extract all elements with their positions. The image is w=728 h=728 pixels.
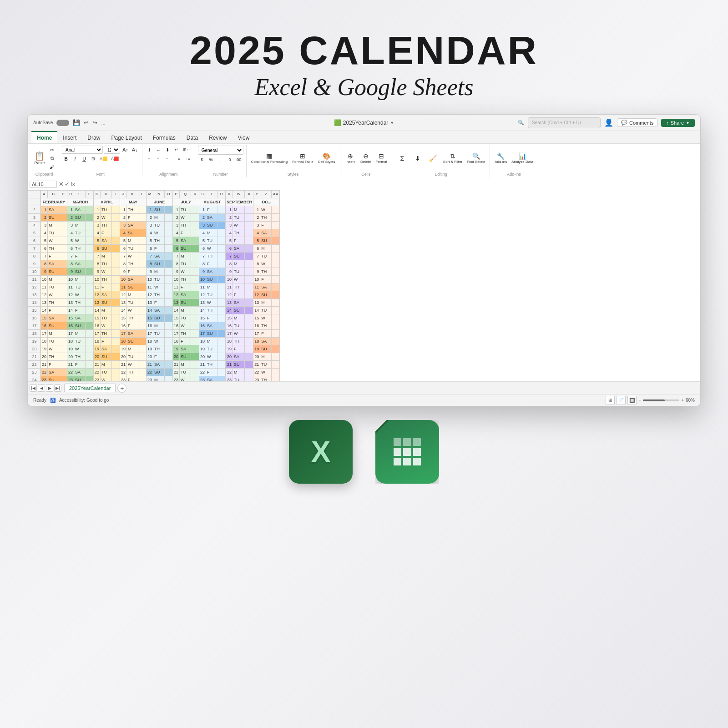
list-item[interactable]: SU <box>180 299 191 307</box>
list-item[interactable]: 7 <box>94 253 101 260</box>
list-item[interactable]: 1 <box>41 206 48 214</box>
list-item[interactable]: SU <box>260 345 272 353</box>
list-item[interactable] <box>86 299 94 307</box>
page-layout-view-button[interactable]: 📄 <box>617 396 626 405</box>
list-item[interactable] <box>245 214 253 222</box>
list-item[interactable]: SU <box>153 206 165 214</box>
list-item[interactable] <box>245 369 253 376</box>
list-item[interactable]: TH <box>74 245 86 253</box>
list-item[interactable]: M <box>153 322 165 330</box>
list-item[interactable]: 20 <box>120 353 127 361</box>
list-item[interactable]: F <box>127 322 138 330</box>
list-item[interactable]: 17 <box>120 330 127 338</box>
list-item[interactable]: 11 <box>173 283 180 291</box>
list-item[interactable]: W <box>153 338 165 345</box>
list-item[interactable]: 12 <box>199 291 206 299</box>
clear-button[interactable]: 🧹 <box>426 154 440 162</box>
list-item[interactable] <box>86 268 94 276</box>
list-item[interactable]: TU <box>206 345 217 353</box>
list-item[interactable]: F <box>206 314 217 322</box>
list-item[interactable]: M <box>127 345 138 353</box>
list-item[interactable]: TU <box>260 253 272 260</box>
align-center-button[interactable]: ≡ <box>154 155 162 163</box>
increase-decimal-button[interactable]: .00 <box>234 156 243 164</box>
list-item[interactable]: 6 <box>173 245 180 253</box>
list-item[interactable] <box>165 307 173 314</box>
list-item[interactable]: 12 <box>94 291 101 299</box>
list-item[interactable]: 20 <box>199 353 206 361</box>
list-item[interactable] <box>245 229 253 237</box>
list-item[interactable] <box>86 229 94 237</box>
list-item[interactable]: 14 <box>199 307 206 314</box>
list-item[interactable] <box>272 206 280 214</box>
list-item[interactable]: SU <box>260 237 272 245</box>
list-item[interactable] <box>138 237 147 245</box>
list-item[interactable]: 4 <box>199 229 206 237</box>
list-item[interactable]: SA <box>101 345 112 353</box>
list-item[interactable]: TH <box>101 276 112 283</box>
list-item[interactable]: SA <box>74 369 86 376</box>
list-item[interactable]: W <box>127 361 138 369</box>
list-item[interactable]: 9 <box>226 268 233 276</box>
list-item[interactable]: M <box>180 307 191 314</box>
list-item[interactable]: 18 <box>94 338 101 345</box>
list-item[interactable]: 11 <box>253 283 260 291</box>
list-item[interactable]: F <box>48 361 59 369</box>
list-item[interactable]: 20 <box>67 353 74 361</box>
list-item[interactable]: 13 <box>173 299 180 307</box>
list-item[interactable]: 19 <box>226 345 233 353</box>
list-item[interactable]: 10 <box>226 276 233 283</box>
list-item[interactable]: 15 <box>147 314 153 322</box>
list-item[interactable]: 19 <box>67 345 74 353</box>
list-item[interactable]: 17 <box>173 330 180 338</box>
list-item[interactable]: SU <box>127 229 138 237</box>
wrap-text-button[interactable]: ↵ <box>172 146 181 154</box>
fill-button[interactable]: ⬇ <box>410 154 425 162</box>
list-item[interactable] <box>86 214 94 222</box>
list-item[interactable]: TU <box>74 338 86 345</box>
list-item[interactable]: 14 <box>67 307 74 314</box>
first-tab-button[interactable]: |◀ <box>30 384 37 392</box>
list-item[interactable]: F <box>127 376 138 382</box>
addins-button[interactable]: 🔧 Add-ins <box>493 152 509 165</box>
list-item[interactable] <box>112 291 120 299</box>
list-item[interactable]: TH <box>260 214 272 222</box>
list-item[interactable] <box>138 245 147 253</box>
list-item[interactable]: SA <box>74 260 86 268</box>
list-item[interactable]: 5 <box>199 237 206 245</box>
copy-button[interactable]: ⧉ <box>48 154 56 162</box>
list-item[interactable] <box>59 361 67 369</box>
list-item[interactable] <box>217 229 226 237</box>
list-item[interactable] <box>272 330 280 338</box>
list-item[interactable]: 5 <box>173 237 180 245</box>
list-item[interactable]: 4 <box>94 229 101 237</box>
list-item[interactable]: 5 <box>253 237 260 245</box>
list-item[interactable]: 3 <box>147 222 153 229</box>
list-item[interactable]: 5 <box>67 237 74 245</box>
list-item[interactable]: 6 <box>120 245 127 253</box>
list-item[interactable]: W <box>233 276 244 283</box>
list-item[interactable]: W <box>180 322 191 330</box>
share-button[interactable]: ↑ Share ▼ <box>661 119 695 127</box>
list-item[interactable] <box>138 338 147 345</box>
list-item[interactable]: SA <box>127 222 138 229</box>
list-item[interactable] <box>191 307 199 314</box>
tab-formulas[interactable]: Formulas <box>147 131 181 143</box>
list-item[interactable] <box>59 268 67 276</box>
list-item[interactable]: 7 <box>147 253 153 260</box>
add-sheet-button[interactable]: + <box>117 384 126 393</box>
list-item[interactable] <box>165 291 173 299</box>
list-item[interactable]: 1 <box>253 206 260 214</box>
list-item[interactable]: TH <box>206 307 217 314</box>
list-item[interactable]: 5 <box>120 237 127 245</box>
list-item[interactable] <box>138 361 147 369</box>
list-item[interactable]: 11 <box>120 283 127 291</box>
list-item[interactable]: 16 <box>94 322 101 330</box>
list-item[interactable]: 15 <box>173 314 180 322</box>
list-item[interactable]: 20 <box>253 353 260 361</box>
list-item[interactable] <box>272 338 280 345</box>
list-item[interactable]: 10 <box>199 276 206 283</box>
list-item[interactable]: M <box>153 376 165 382</box>
list-item[interactable] <box>86 222 94 229</box>
list-item[interactable]: 23 <box>147 376 153 382</box>
